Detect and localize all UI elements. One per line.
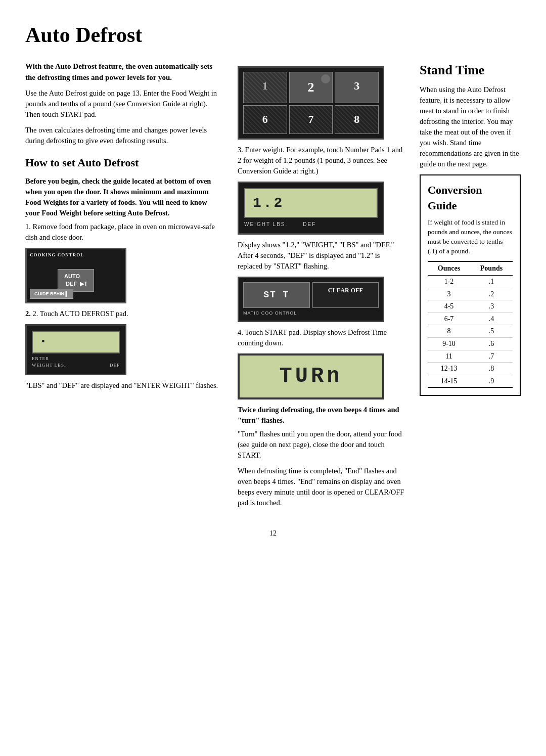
- left-column: With the Auto Defrost feature, the oven …: [25, 61, 222, 513]
- weight-lbs-display-label: WEIGHT LBS.: [244, 221, 288, 228]
- numpad-panel: 1 2 3 6 7 8: [238, 66, 384, 140]
- weight-label: WEIGHT LBS.: [32, 362, 66, 369]
- pounds-header: Pounds: [470, 261, 513, 275]
- lbs-def-text: "LBS" and "DEF" are displayed and "ENTER…: [25, 380, 222, 391]
- conversion-guide-box: Conversion Guide If weight of food is st…: [420, 174, 521, 396]
- start-button-display: ST T: [243, 282, 310, 308]
- page: Auto Defrost With the Auto Defrost featu…: [0, 0, 546, 756]
- guide-behind-button: GUIDE BEHIN ▌: [30, 289, 73, 299]
- enter-label-row: ENTER: [32, 355, 120, 362]
- page-title: Auto Defrost: [25, 20, 521, 50]
- turn-display: TURn: [238, 353, 384, 399]
- ounces-cell: 3: [428, 288, 470, 300]
- ounces-cell: 9-10: [428, 338, 470, 350]
- display-label-row: WEIGHT LBS. DEF: [244, 221, 378, 228]
- display-screen-12: 1.2: [244, 188, 378, 218]
- ounces-cell: 11: [428, 350, 470, 363]
- pounds-cell: .7: [470, 350, 513, 363]
- numpad-grid: 1 2 3 6 7 8: [243, 72, 379, 134]
- clear-off-button-display: CLEAR OFF: [312, 282, 379, 308]
- step4-text: 4. Touch START pad. Display shows Defros…: [238, 327, 404, 348]
- cooking-control-label: COOKING CONTROL: [30, 252, 84, 258]
- ounces-cell: 14-15: [428, 375, 470, 387]
- end-text: When defrosting time is completed, "End"…: [238, 466, 404, 508]
- ounces-cell: 8: [428, 325, 470, 338]
- middle-column: 1 2 3 6 7 8 3. Enter weight. For example…: [238, 61, 404, 513]
- pounds-cell: .4: [470, 313, 513, 325]
- intro-text: Use the Auto Defrost guide on page 13. E…: [25, 88, 222, 120]
- conversion-table-head: Ounces Pounds: [428, 261, 513, 275]
- table-row: 4-5.3: [428, 300, 513, 313]
- enter-label: ENTER: [32, 355, 49, 362]
- numpad-1: 1: [243, 72, 287, 103]
- intro-bold: With the Auto Defrost feature, the oven …: [25, 61, 222, 83]
- how-to-set-heading: How to set Auto Defrost: [25, 155, 222, 171]
- cooking-control-panel: COOKING CONTROL AUTO DEF ▶T GUIDE BEHIN …: [25, 248, 126, 303]
- table-row: 11.7: [428, 350, 513, 363]
- numpad-3: 3: [335, 72, 379, 103]
- page-number: 12: [25, 528, 521, 539]
- pounds-cell: .1: [470, 276, 513, 288]
- numpad-7: 7: [289, 105, 333, 134]
- main-columns: With the Auto Defrost feature, the oven …: [25, 61, 521, 513]
- enter-weight-panel: • ENTER WEIGHT LBS. DEF: [25, 324, 126, 375]
- weight-def-row: WEIGHT LBS. DEF: [32, 362, 120, 369]
- ounces-cell: 6-7: [428, 313, 470, 325]
- table-row: 8.5: [428, 325, 513, 338]
- stand-time-text: When using the Auto Defrost feature, it …: [420, 84, 521, 169]
- enter-screen: •: [32, 331, 120, 353]
- table-row: 9-10.6: [428, 338, 513, 350]
- table-row: 3.2: [428, 288, 513, 300]
- table-row: 12-13.8: [428, 363, 513, 375]
- pounds-cell: .9: [470, 375, 513, 387]
- pounds-cell: .3: [470, 300, 513, 313]
- ounces-cell: 12-13: [428, 363, 470, 375]
- step1a-text: 1. Remove food from package, place in ov…: [25, 221, 222, 243]
- def-label: DEF: [110, 362, 120, 369]
- pounds-cell: .2: [470, 288, 513, 300]
- start-clear-panel: ST T CLEAR OFF MATIC COO ONTROL: [238, 277, 384, 322]
- ounces-cell: 1-2: [428, 276, 470, 288]
- display-panel-12: 1.2 WEIGHT LBS. DEF: [238, 182, 384, 235]
- step1-bold: Before you begin, check the guide locate…: [25, 176, 222, 218]
- ounces-cell: 4-5: [428, 300, 470, 313]
- def-display-label: DEF: [303, 221, 316, 228]
- display-text: Display shows "1.2," "WEIGHT," "LBS" and…: [238, 240, 404, 272]
- conversion-guide-title: Conversion Guide: [428, 183, 513, 214]
- numpad-2: 2: [289, 72, 333, 103]
- start-clear-buttons: ST T CLEAR OFF: [243, 282, 379, 308]
- matic-row: MATIC COO ONTROL: [243, 310, 379, 317]
- numpad-8: 8: [335, 105, 379, 134]
- table-row: 1-2.1: [428, 276, 513, 288]
- numpad-6: 6: [243, 105, 287, 134]
- twice-bold: Twice during defrosting, the oven beeps …: [238, 405, 404, 426]
- pounds-cell: .5: [470, 325, 513, 338]
- step3-text: 3. Enter weight. For example, touch Numb…: [238, 145, 404, 176]
- table-header-row: Ounces Pounds: [428, 261, 513, 275]
- conversion-intro: If weight of food is stated in pounds an…: [428, 218, 513, 256]
- table-row: 14-15.9: [428, 375, 513, 387]
- step2-label: 2. 2. Touch AUTO DEFROST pad.: [25, 308, 222, 319]
- oven-calculates-text: The oven calculates defrosting time and …: [25, 125, 222, 146]
- turn-text: "Turn" flashes until you open the door, …: [238, 429, 404, 461]
- conversion-table: Ounces Pounds 1-2.13.24-5.36-7.48.59-10.…: [428, 261, 513, 388]
- right-column: Stand Time When using the Auto Defrost f…: [420, 61, 521, 513]
- stand-time-title: Stand Time: [420, 61, 521, 79]
- pounds-cell: .6: [470, 338, 513, 350]
- table-row: 6-7.4: [428, 313, 513, 325]
- pounds-cell: .8: [470, 363, 513, 375]
- matic-label: MATIC COO ONTROL: [243, 310, 297, 317]
- conversion-table-body: 1-2.13.24-5.36-7.48.59-10.611.712-13.814…: [428, 276, 513, 388]
- ounces-header: Ounces: [428, 261, 470, 275]
